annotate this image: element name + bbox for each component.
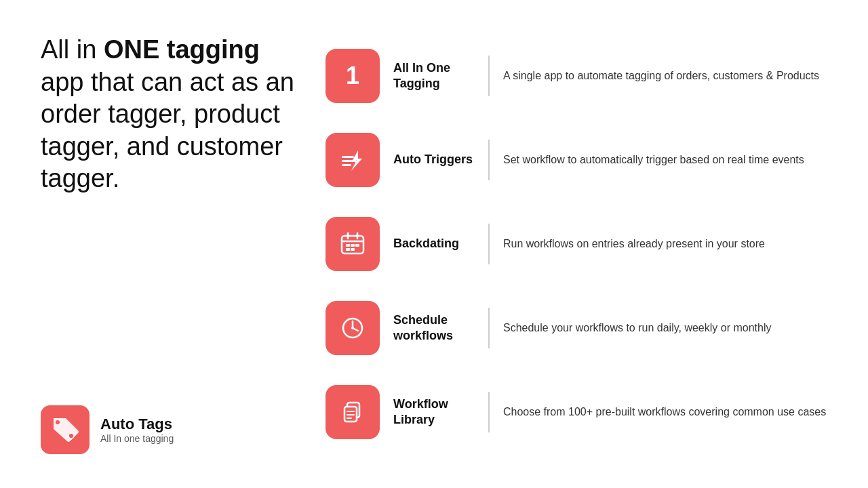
svg-rect-15 bbox=[351, 244, 355, 247]
feature-title-auto-triggers: Auto Triggers bbox=[380, 152, 488, 167]
feature-row-auto-triggers: Auto Triggers Set workflow to automatica… bbox=[326, 118, 827, 202]
feature-icon-all-in-one: 1 bbox=[326, 49, 380, 103]
feature-desc-workflow-library: Choose from 100+ pre-built workflows cov… bbox=[490, 404, 827, 420]
svg-rect-6 bbox=[342, 156, 354, 158]
brand-text: Auto Tags All In one tagging bbox=[100, 415, 174, 444]
feature-icon-auto-triggers bbox=[326, 133, 380, 187]
feature-row-backdating: Backdating Run workflows on entries alre… bbox=[326, 202, 827, 286]
clock-icon bbox=[338, 313, 368, 343]
headline-suffix: app that can act as an order tagger, pro… bbox=[41, 68, 294, 193]
brand-logo-icon bbox=[50, 414, 81, 445]
svg-rect-5 bbox=[73, 435, 75, 436]
svg-rect-17 bbox=[346, 248, 350, 251]
feature-desc-all-in-one: A single app to automate tagging of orde… bbox=[490, 68, 827, 84]
svg-rect-16 bbox=[355, 244, 359, 247]
feature-icon-backdating bbox=[326, 217, 380, 271]
lightning-icon bbox=[338, 145, 368, 175]
branding: Auto Tags All In one tagging bbox=[41, 405, 298, 454]
svg-point-1 bbox=[68, 433, 74, 439]
svg-rect-7 bbox=[342, 160, 357, 162]
headline-prefix: All in bbox=[41, 35, 104, 64]
svg-point-22 bbox=[351, 327, 354, 329]
feature-number-1: 1 bbox=[346, 62, 359, 90]
svg-rect-18 bbox=[351, 248, 355, 251]
feature-title-backdating: Backdating bbox=[380, 236, 488, 251]
brand-name: Auto Tags bbox=[100, 415, 174, 433]
left-section: All in ONE tagging app that can act as a… bbox=[41, 27, 298, 461]
library-icon bbox=[338, 397, 368, 427]
headline-bold: ONE tagging bbox=[104, 35, 260, 64]
feature-desc-schedule: Schedule your workflows to run daily, we… bbox=[490, 320, 827, 336]
svg-rect-3 bbox=[71, 438, 72, 440]
calendar-icon bbox=[338, 229, 368, 259]
feature-desc-backdating: Run workflows on entries already present… bbox=[490, 236, 827, 252]
headline: All in ONE tagging app that can act as a… bbox=[41, 34, 298, 195]
svg-point-0 bbox=[56, 420, 60, 424]
feature-desc-auto-triggers: Set workflow to automatically trigger ba… bbox=[490, 152, 827, 168]
feature-row-schedule: Schedule workflows Schedule your workflo… bbox=[326, 286, 827, 370]
brand-logo bbox=[41, 405, 90, 454]
page-wrapper: All in ONE tagging app that can act as a… bbox=[0, 0, 868, 488]
brand-sub: All In one tagging bbox=[100, 433, 174, 444]
svg-rect-2 bbox=[71, 432, 72, 434]
feature-icon-schedule bbox=[326, 301, 380, 355]
feature-row-workflow-library: Workflow Library Choose from 100+ pre-bu… bbox=[326, 370, 827, 454]
svg-rect-8 bbox=[342, 164, 351, 166]
feature-title-schedule: Schedule workflows bbox=[380, 312, 488, 344]
feature-title-workflow-library: Workflow Library bbox=[380, 396, 488, 428]
svg-rect-4 bbox=[67, 435, 69, 436]
feature-row-all-in-one: 1 All In One Tagging A single app to aut… bbox=[326, 34, 827, 118]
feature-icon-workflow-library bbox=[326, 385, 380, 439]
feature-title-all-in-one: All In One Tagging bbox=[380, 60, 488, 92]
right-section: 1 All In One Tagging A single app to aut… bbox=[326, 27, 827, 461]
svg-rect-14 bbox=[346, 244, 350, 247]
